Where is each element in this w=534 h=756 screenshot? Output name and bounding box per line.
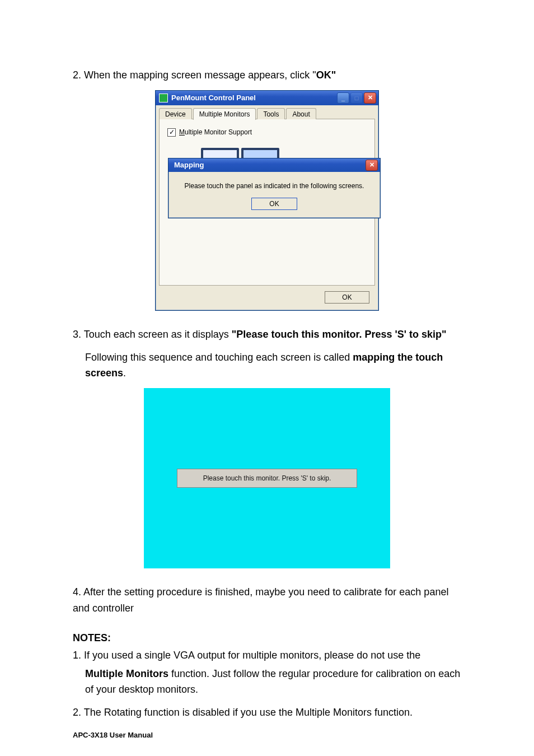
step-3-line1-pre: 3. Touch each screen as it displays (73, 329, 232, 340)
tab-tools[interactable]: Tools (257, 108, 285, 120)
step-3-line2-post: . (123, 367, 126, 379)
mapping-close-button[interactable]: ✕ (366, 160, 378, 171)
note-1-line2: Multiple Monitors function. Just follow … (85, 666, 461, 698)
mapping-window-buttons: ✕ (366, 160, 378, 171)
mapping-ok-button[interactable]: OK (251, 198, 297, 210)
step-2-bold: OK" (316, 69, 336, 81)
penmount-ok-button[interactable]: OK (325, 291, 369, 304)
penmount-app-icon (159, 94, 168, 102)
mapping-message: Please touch the panel as indicated in t… (175, 182, 373, 190)
mapping-close-icon: ✕ (369, 161, 374, 169)
maximize-icon: □ (355, 95, 359, 101)
touch-screen-message: Please touch this monitor. Press 'S' to … (203, 474, 331, 482)
close-icon: ✕ (368, 94, 373, 101)
maximize-button: □ (350, 92, 363, 104)
note-1-line2-bold: Multiple Monitors (85, 668, 168, 679)
multi-monitor-support-checkbox[interactable]: ✓ (167, 128, 176, 137)
touch-screen-figure: Please touch this monitor. Press 'S' to … (73, 388, 461, 568)
mapping-dialog: Mapping ✕ Please touch the panel as indi… (168, 158, 381, 218)
multi-monitor-support-row: ✓ Multiple Monitor Support (167, 128, 367, 137)
tab-tools-label: Tools (263, 110, 279, 118)
mapping-title-bar: Mapping ✕ (168, 158, 380, 172)
notes-heading: NOTES: (73, 632, 461, 644)
checkbox-label-rest: ultiple Monitor Support (185, 128, 252, 136)
footer-manual-title: APC-3X18 User Manual (73, 731, 461, 739)
tab-multiple-monitors-label: Multiple Monitors (199, 110, 250, 118)
mapping-title: Mapping (174, 161, 366, 169)
window-buttons: _ □ ✕ (337, 92, 376, 104)
tab-about-label: About (292, 110, 310, 118)
penmount-title-bar: PenMount Control Panel _ □ ✕ (156, 91, 378, 105)
underline-m: M (179, 128, 185, 136)
penmount-title: PenMount Control Panel (171, 94, 337, 102)
step-2: 2. When the mapping screen message appea… (73, 67, 461, 83)
minimize-icon: _ (341, 95, 345, 101)
multi-monitor-support-label: Multiple Monitor Support (179, 128, 252, 136)
step-3-line2: Following this sequence and touching eac… (85, 349, 461, 382)
mapping-ok-label: OK (269, 200, 279, 208)
mapping-dialog-body: Please touch the panel as indicated in t… (168, 172, 380, 218)
penmount-ok-label: OK (342, 293, 352, 301)
checkmark-icon: ✓ (169, 129, 175, 136)
step-3-line2-pre: Following this sequence and touching eac… (85, 352, 353, 363)
penmount-tabs: Device Multiple Monitors Tools About (159, 108, 375, 119)
tab-device[interactable]: Device (159, 108, 192, 120)
step-3-line1: 3. Touch each screen as it displays "Ple… (73, 326, 461, 343)
touch-screen-message-box: Please touch this monitor. Press 'S' to … (177, 469, 357, 488)
penmount-figure: PenMount Control Panel _ □ ✕ Device Mult… (73, 90, 461, 311)
step-4: 4. After the setting procedure is finish… (73, 584, 461, 617)
penmount-window: PenMount Control Panel _ □ ✕ Device Mult… (155, 90, 379, 311)
note-2: 2. The Rotating function is disabled if … (73, 704, 461, 721)
tab-multiple-monitors[interactable]: Multiple Monitors (193, 108, 256, 120)
touch-screen[interactable]: Please touch this monitor. Press 'S' to … (144, 388, 390, 568)
step-3-line1-bold: "Please touch this monitor. Press 'S' to… (232, 329, 447, 340)
tab-about[interactable]: About (286, 108, 316, 120)
tab-device-label: Device (165, 110, 186, 118)
penmount-footer: OK (159, 286, 375, 305)
note-1-line1: 1. If you used a single VGA output for m… (73, 647, 461, 664)
minimize-button[interactable]: _ (337, 92, 349, 104)
step-2-text: 2. When the mapping screen message appea… (73, 69, 316, 81)
close-button[interactable]: ✕ (364, 92, 376, 104)
